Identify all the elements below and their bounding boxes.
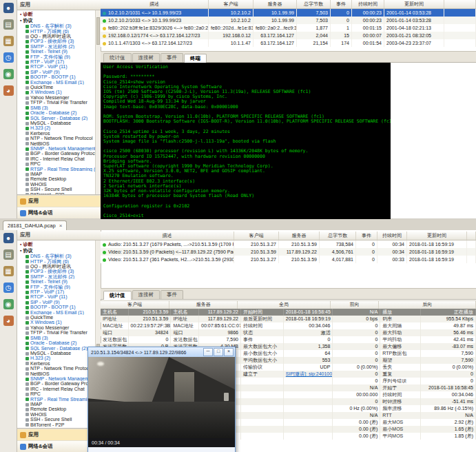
column-header-5[interactable]: 持续时间 <box>377 232 407 240</box>
camera-video-frame[interactable] <box>88 357 235 438</box>
tab-统计值[interactable]: 统计值 <box>103 291 132 300</box>
tab-事件[interactable]: 事件 <box>161 290 183 299</box>
table-row[interactable]: Video: 210.51.3.27 (361 Packets, H2...->… <box>101 256 476 263</box>
tree-item-rtcp[interactable]: RTCP - VoIP (11) <box>19 64 101 69</box>
tree-item-smtp[interactable]: SMTP - 发送邮件 (2) <box>19 274 101 279</box>
tree-item-telnet[interactable]: Telnet - Telnet (9) <box>19 49 101 54</box>
tree-item-rtp[interactable]: RTP - VoIP (17) <box>19 59 101 64</box>
video-control-bar[interactable]: 00:34 / 00:34 <box>88 438 235 447</box>
table-row[interactable]: fe80::202:b3ff:fe1e:8329/3026 <--> fe80:… <box>101 24 476 32</box>
tree-item-ftp[interactable]: FTP - 文件传输 (9) <box>19 285 101 289</box>
tree-item-smb[interactable]: SMB (3) <box>19 336 101 340</box>
tree-root-protocols[interactable]: ▪ 协议 <box>19 18 101 24</box>
sidebar-button-application[interactable]: 应用 <box>17 195 101 207</box>
globe-icon[interactable]: ● <box>3 3 14 13</box>
tree-item-telnet[interactable]: Telnet - Telnet (9) <box>19 279 101 284</box>
close-button[interactable]: × <box>224 348 234 356</box>
clock-icon[interactable]: ◷ <box>3 52 14 63</box>
nodes-icon[interactable]: ▦ <box>3 36 14 46</box>
tree-item-quicktime[interactable]: QuickTime <box>19 315 101 320</box>
clock-icon[interactable]: ◷ <box>3 282 14 293</box>
column-header-1[interactable]: 客户端 <box>234 232 279 240</box>
tree-item-yahoo[interactable]: Yahoo Messenger <box>19 325 101 330</box>
stats-row[interactable]: 主机名210.51.3.59主机名117.89.129.22开始时间2018-0… <box>101 309 476 316</box>
table-row[interactable]: 192.168.0.12/1774 <--> 63.172.164.127/23… <box>101 32 476 39</box>
endpoints-icon[interactable]: ◉ <box>3 69 14 79</box>
tree-item-ftp[interactable]: FTP - 文件传输 (9) <box>19 54 101 59</box>
tree-item-imap[interactable]: IMAP <box>19 172 101 176</box>
sidebar-button-network-sessions[interactable]: 网络&会话 <box>17 207 101 218</box>
tree-item-tftp[interactable]: TFTP - Trivial File Transfer <box>19 100 101 105</box>
table-row[interactable]: 10.1.1.47/1303 <--> 63.172.164.127/2310.… <box>101 39 476 47</box>
tab-终端[interactable]: 终端 <box>184 54 207 63</box>
tab-连接树[interactable]: 连接树 <box>132 53 161 62</box>
table-row[interactable]: Video: 210.51.3.59 (0 Packets) <--117.89… <box>101 248 476 256</box>
tree-scrollbar[interactable] <box>95 10 101 194</box>
globe-icon[interactable]: ● <box>3 233 14 243</box>
tree-root-diagnosis[interactable]: ▪ 诊断 <box>19 242 101 248</box>
tree-item-netbios[interactable]: NetBIOS <box>19 141 101 146</box>
tree-item-oracle[interactable]: Oracle - Database (2) <box>19 340 101 345</box>
column-header-3[interactable]: 总字节数 <box>297 0 331 9</box>
tree-item-exchange[interactable]: Exchange - MS Email (1) <box>19 310 101 315</box>
tree-item-sql[interactable]: SQL Server - Database (2) <box>19 116 101 121</box>
tree-item-rtcp[interactable]: RTCP - VoIP (11) <box>19 294 101 299</box>
tree-item-yahoo[interactable]: Yahoo Messenger <box>19 95 101 100</box>
tree-item-ssh[interactable]: SSH - Secure Shell <box>19 187 101 192</box>
piechart-icon[interactable]: ◕ <box>3 85 14 96</box>
nodes-icon[interactable]: ▦ <box>3 266 14 276</box>
column-header-2[interactable]: 服务器 <box>279 232 320 240</box>
column-header-6[interactable]: 更新时间 <box>384 0 444 9</box>
stats-row[interactable]: 端口34824端口9866状态激活0最大抖动56.46 ms <box>101 329 476 336</box>
tree-item-pop3[interactable]: POP3 - 接收邮件 (3) <box>19 269 101 274</box>
sip-session-link[interactable]: SIP[邀请]: sip:240100... <box>286 371 333 376</box>
table-row[interactable]: 10.2.10.2/1033 <--> 10.1.99.99/2310.2.10… <box>101 17 476 24</box>
tree-item-oracle[interactable]: Oracle - Database (2) <box>19 110 101 115</box>
tab-事件[interactable]: 事件 <box>161 53 183 62</box>
column-header-6[interactable]: 更新时间 <box>407 232 467 240</box>
stats-group-header-3[interactable]: 前向 <box>331 301 379 309</box>
minimize-button[interactable]: ─ <box>203 348 213 356</box>
tab-统计值[interactable]: 统计值 <box>103 53 132 62</box>
column-header-0[interactable]: 描述 <box>101 232 234 240</box>
column-header-4[interactable]: 事件 <box>356 232 377 240</box>
tree-item-sip[interactable]: SIP - VoIP (9) <box>19 70 101 74</box>
tree-item-remote[interactable]: Remote Desktop <box>19 176 101 181</box>
tab-pcap-file[interactable]: 28181_DAHUA.pcap × <box>3 220 67 230</box>
telnet-terminal-output[interactable]: User Access Verification Password: *****… <box>101 63 391 222</box>
column-header-1[interactable]: 客户端 <box>209 0 253 9</box>
tree-item-exchange[interactable]: Exchange - MS Email (1) <box>19 80 101 85</box>
tree-item-kerberos[interactable]: Kerberos <box>19 131 101 136</box>
stats-group-header-2[interactable]: 全局 <box>238 301 331 309</box>
tree-item-bootp[interactable]: BOOTP - BOOTP (1) <box>19 74 101 79</box>
tree-item-bootp[interactable]: BOOTP - BOOTP (1) <box>19 305 101 309</box>
tree-item-tftp[interactable]: TFTP - Trivial File Transfer <box>19 330 101 335</box>
tree-item-qq[interactable]: QQ - 腾讯即时通讯 <box>19 34 101 39</box>
tree-item-smtp[interactable]: SMTP - 发送邮件 (2) <box>19 44 101 49</box>
endpoints-icon[interactable]: ◉ <box>3 299 14 309</box>
tree-item-x[interactable]: X Windows (1) <box>19 320 101 325</box>
maximize-button[interactable]: □ <box>214 348 223 356</box>
tree-item-http[interactable]: HTTP - 万维网 (6) <box>19 29 101 34</box>
tree-item-bittorrent[interactable]: BitTorrent - P2P <box>19 192 101 194</box>
tree-item-bgp[interactable]: BGP - Border Gateway Protocol <box>19 151 101 156</box>
adapter-icon[interactable]: ▤ <box>3 249 14 260</box>
tree-item-dns[interactable]: DNS - 名字解析 (3) <box>19 254 101 258</box>
tree-item-qq[interactable]: QQ - 腾讯即时通讯 <box>19 264 101 269</box>
tree-item-http[interactable]: HTTP - 万维网 (6) <box>19 259 101 264</box>
tree-item-rpc[interactable]: RPC <box>19 161 101 166</box>
tree-item-snmp[interactable]: SNMP - Network Management (2) <box>19 146 101 151</box>
tree-item-whois[interactable]: WHOIS <box>19 182 101 187</box>
column-header-4[interactable]: 事件 <box>331 0 352 9</box>
table-row[interactable]: Audio: 210.51.3.27 (1679 Packets, ...->2… <box>101 240 476 249</box>
column-header-0[interactable]: 描述 <box>101 0 209 9</box>
tree-root-diagnosis[interactable]: ▪ 诊断 <box>19 12 101 18</box>
tree-item-smb[interactable]: SMB (3) <box>19 105 101 110</box>
piechart-icon[interactable]: ◕ <box>3 316 14 326</box>
stats-group-header-0[interactable]: 客户端 <box>101 301 169 309</box>
adapter-icon[interactable]: ▤ <box>3 19 14 30</box>
tree-item-rtp[interactable]: RTP - VoIP (17) <box>19 289 101 294</box>
tree-item-h323[interactable]: H.323 (2) <box>19 125 101 130</box>
tree-item-mysql[interactable]: MySQL - Database <box>19 121 101 125</box>
table-row[interactable]: 10.2.10.2/1031 <--> 10.1.99.99/2310.2.10… <box>101 9 476 17</box>
